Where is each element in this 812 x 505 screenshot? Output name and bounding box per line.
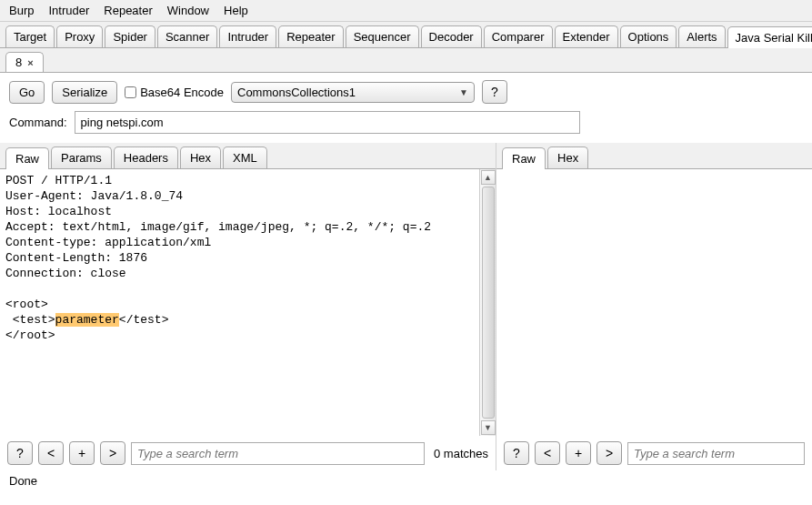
request-tab-xml[interactable]: XML — [223, 146, 267, 168]
request-search-input[interactable] — [131, 442, 425, 465]
serialize-button[interactable]: Serialize — [52, 81, 117, 104]
sub-tab-label: 8 — [15, 56, 22, 69]
tab-target[interactable]: Target — [5, 25, 55, 47]
main-tabs: Target Proxy Spider Scanner Intruder Rep… — [0, 22, 812, 48]
tab-spider[interactable]: Spider — [105, 25, 155, 47]
menu-repeater[interactable]: Repeater — [100, 2, 155, 19]
request-tabs: Raw Params Headers Hex XML — [0, 143, 496, 169]
response-tab-hex[interactable]: Hex — [547, 146, 588, 168]
tab-comparer[interactable]: Comparer — [484, 25, 553, 47]
command-row: Command: — [0, 111, 812, 143]
menu-burp[interactable]: Burp — [5, 2, 37, 19]
response-editor[interactable] — [496, 169, 812, 436]
command-label: Command: — [9, 116, 67, 129]
response-tab-raw[interactable]: Raw — [502, 147, 546, 169]
request-tab-params[interactable]: Params — [51, 146, 112, 168]
help-button[interactable]: ? — [482, 80, 507, 104]
tab-repeater[interactable]: Repeater — [278, 25, 343, 47]
response-search-input[interactable] — [627, 442, 805, 465]
status-bar: Done — [0, 470, 812, 491]
menu-intruder[interactable]: Intruder — [45, 2, 93, 19]
panes: Raw Params Headers Hex XML POST / HTTP/1… — [0, 143, 812, 470]
response-search-help[interactable]: ? — [504, 441, 529, 465]
chevron-down-icon: ▼ — [459, 87, 468, 97]
response-pane: Raw Hex ? < + > — [496, 143, 812, 470]
request-search-help[interactable]: ? — [7, 441, 33, 465]
scroll-thumb[interactable] — [482, 187, 495, 419]
close-icon[interactable]: × — [27, 57, 33, 68]
payload-value: CommonsCollections1 — [237, 86, 356, 99]
menubar: Burp Intruder Repeater Window Help — [0, 0, 812, 22]
request-search-bar: ? < + > 0 matches — [0, 436, 496, 470]
response-search-add[interactable]: + — [566, 441, 591, 465]
tab-scanner[interactable]: Scanner — [157, 25, 217, 47]
tab-extender[interactable]: Extender — [555, 25, 618, 47]
menu-help[interactable]: Help — [220, 2, 252, 19]
response-search-next[interactable]: > — [596, 441, 622, 465]
request-tab-raw[interactable]: Raw — [5, 147, 49, 169]
tab-alerts[interactable]: Alerts — [678, 25, 725, 47]
request-search-matches: 0 matches — [434, 447, 488, 460]
request-pane: Raw Params Headers Hex XML POST / HTTP/1… — [0, 143, 496, 470]
editor-pre: POST / HTTP/1.1 User-Agent: Java/1.8.0_7… — [5, 174, 431, 327]
base64-encode-checkbox[interactable]: Base64 Encode — [125, 86, 224, 99]
toolbar: Go Serialize Base64 Encode CommonsCollec… — [0, 73, 812, 111]
response-tabs: Raw Hex — [496, 143, 812, 169]
base64-checkbox-input[interactable] — [125, 86, 136, 98]
request-search-add[interactable]: + — [69, 441, 95, 465]
request-search-prev[interactable]: < — [38, 441, 64, 465]
response-search-bar: ? < + > — [496, 436, 812, 470]
editor-highlight: parameter — [55, 313, 119, 327]
request-tab-headers[interactable]: Headers — [114, 146, 178, 168]
tab-decoder[interactable]: Decoder — [421, 25, 482, 47]
request-scrollbar[interactable]: ▲ ▼ — [479, 169, 496, 436]
request-editor[interactable]: POST / HTTP/1.1 User-Agent: Java/1.8.0_7… — [0, 169, 479, 436]
tab-intruder[interactable]: Intruder — [219, 25, 276, 47]
command-input[interactable] — [75, 111, 580, 134]
response-search-prev[interactable]: < — [535, 441, 560, 465]
go-button[interactable]: Go — [9, 81, 45, 104]
tab-proxy[interactable]: Proxy — [56, 25, 103, 47]
sub-tab-8[interactable]: 8 × — [5, 52, 44, 72]
menu-window[interactable]: Window — [164, 2, 213, 19]
scroll-up-icon[interactable]: ▲ — [481, 170, 496, 185]
tab-java-serial-killer[interactable]: Java Serial Killer — [727, 26, 812, 48]
sub-tabs: 8 × — [0, 48, 812, 73]
request-tab-hex[interactable]: Hex — [180, 146, 221, 168]
request-search-next[interactable]: > — [100, 441, 125, 465]
base64-label: Base64 Encode — [140, 86, 224, 99]
payload-select[interactable]: CommonsCollections1 ▼ — [231, 82, 475, 103]
scroll-down-icon[interactable]: ▼ — [481, 420, 496, 435]
tab-options[interactable]: Options — [620, 25, 677, 47]
tab-sequencer[interactable]: Sequencer — [346, 25, 419, 47]
